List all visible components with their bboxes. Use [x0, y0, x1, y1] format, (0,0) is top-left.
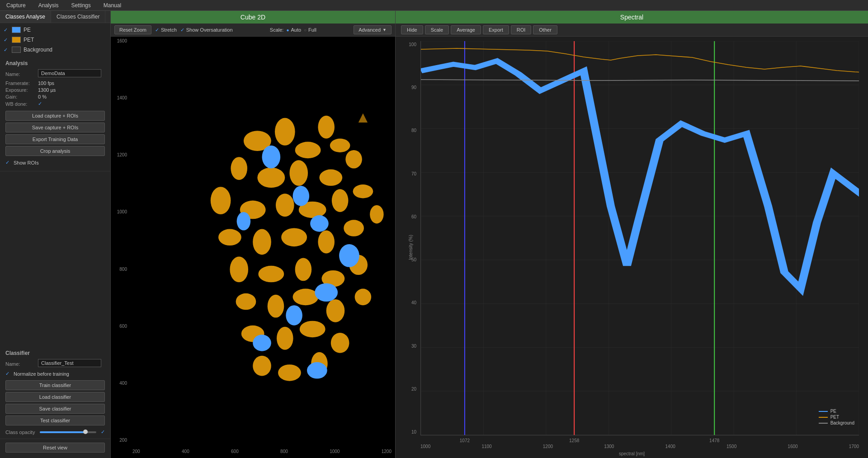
svg-point-42 [310, 215, 329, 232]
tab-classes-classifier[interactable]: Classes Classifier [51, 11, 105, 23]
svg-point-10 [211, 187, 231, 214]
reset-zoom-button[interactable]: Reset Zoom [114, 25, 151, 34]
svg-point-45 [286, 305, 302, 326]
tab-classes-analyse[interactable]: Classes Analyse [0, 11, 51, 23]
scale-full-radio[interactable]: ○ Full [304, 27, 316, 33]
legend-background-line [819, 423, 828, 424]
svg-point-5 [231, 157, 247, 180]
classifier-name-row: Name: [5, 359, 105, 369]
svg-point-33 [277, 327, 293, 350]
class-color-background [12, 47, 21, 53]
svg-point-18 [281, 228, 307, 247]
svg-point-14 [332, 189, 349, 212]
svg-point-22 [230, 256, 248, 282]
svg-point-23 [258, 266, 284, 283]
svg-point-39 [262, 146, 281, 169]
analysis-section: Analysis Name: Framerate: 100 fps Exposu… [0, 57, 110, 171]
test-classifier-button[interactable]: Test classifier [5, 416, 105, 425]
load-capture-rois-button[interactable]: Load capture + ROIs [5, 111, 105, 121]
classifier-name-input[interactable] [38, 359, 101, 367]
stretch-check[interactable]: ✓ Stretch [155, 27, 177, 33]
classifier-name-label: Name: [5, 361, 38, 367]
save-classifier-button[interactable]: Save classifier [5, 404, 105, 414]
left-panel: Classes Analyse Classes Classifier ✓ PE … [0, 11, 111, 458]
cube-y-axis: 1600 1400 1200 1000 800 600 400 200 [111, 37, 129, 444]
tabs-row: Classes Analyse Classes Classifier [0, 11, 110, 23]
spectral-export-button[interactable]: Export [483, 25, 509, 34]
svg-point-41 [237, 212, 250, 231]
svg-point-27 [236, 293, 256, 310]
svg-point-6 [257, 167, 285, 188]
background-curve [421, 80, 859, 81]
svg-point-21 [370, 205, 383, 224]
cube2d-panel: Cube 2D Reset Zoom ✓ Stretch ✓ Show Over… [111, 11, 396, 458]
field-exposure-label: Exposure: [5, 87, 38, 93]
normalize-label: Normalize before training [14, 371, 69, 377]
legend-pet-line [819, 417, 828, 418]
scale-full-dot: ○ [304, 28, 307, 33]
opacity-thumb[interactable] [83, 430, 88, 434]
svg-point-16 [218, 229, 241, 246]
blobs-svg [129, 37, 395, 447]
spectral-x-axis: 1000 1100 1200 1300 1400 1500 1600 1700 [420, 444, 859, 449]
save-capture-rois-button[interactable]: Save capture + ROIs [5, 123, 105, 132]
class-item-background[interactable]: ✓ Background [0, 45, 110, 55]
scale-label: Scale: [270, 27, 284, 33]
svg-point-34 [300, 321, 326, 338]
bottom-btn-area: Reset view [0, 439, 110, 458]
scale-auto-radio[interactable]: ● Auto [286, 27, 301, 33]
normalize-row[interactable]: ✓ Normalize before training [5, 371, 105, 377]
legend-pe-label: PE [830, 409, 836, 414]
menu-analysis[interactable]: Analysis [36, 1, 61, 9]
svg-point-2 [295, 142, 321, 159]
svg-point-31 [355, 289, 372, 306]
class-item-pe[interactable]: ✓ PE [0, 25, 110, 35]
spectral-hide-button[interactable]: Hide [401, 25, 423, 34]
train-classifier-button[interactable]: Train classifier [5, 380, 105, 390]
spectral-average-button[interactable]: Average [451, 25, 481, 34]
svg-point-43 [339, 244, 359, 267]
class-check-pet: ✓ [4, 37, 9, 43]
svg-point-3 [318, 116, 335, 139]
legend-background-label: Background [830, 420, 854, 425]
menu-manual[interactable]: Manual [101, 1, 124, 9]
cube2d-header: Cube 2D [111, 11, 395, 24]
opacity-slider[interactable] [40, 431, 96, 433]
spectral-scale-button[interactable]: Scale [425, 25, 449, 34]
show-rois-row[interactable]: ✓ Show ROIs [5, 160, 105, 165]
load-classifier-button[interactable]: Load classifier [5, 392, 105, 402]
svg-point-4 [330, 139, 350, 152]
opacity-row: Class opacity ✓ [5, 429, 105, 435]
svg-point-30 [326, 299, 345, 322]
field-wb: WB done: ✓ [5, 101, 105, 107]
svg-point-15 [353, 184, 373, 198]
svg-point-24 [295, 258, 312, 281]
svg-point-19 [318, 231, 335, 254]
svg-marker-48 [359, 113, 368, 123]
oversaturation-label: Show Oversaturation [186, 27, 233, 33]
field-gain: Gain: 0 % [5, 94, 105, 99]
spectral-toolbar: Hide Scale Average Export ROI Other [396, 24, 868, 37]
blobs-area [129, 37, 395, 447]
legend-pe: PE [819, 409, 854, 414]
menu-settings[interactable]: Settings [68, 1, 93, 9]
stretch-check-icon: ✓ [155, 27, 159, 33]
svg-point-12 [276, 194, 294, 217]
reset-view-button[interactable]: Reset view [5, 443, 105, 453]
spectral-roi-button[interactable]: ROI [511, 25, 532, 34]
crop-analysis-button[interactable]: Crop analysis [5, 146, 105, 156]
svg-point-20 [344, 220, 364, 236]
export-training-data-button[interactable]: Export Training Data [5, 134, 105, 144]
svg-point-29 [293, 289, 319, 306]
advanced-dropdown-button[interactable]: Advanced ▼ [354, 25, 392, 34]
spectral-other-button[interactable]: Other [533, 25, 557, 34]
field-name-input[interactable] [38, 69, 101, 77]
classifier-section: Classifier Name: ✓ Normalize before trai… [0, 346, 110, 439]
oversaturation-check[interactable]: ✓ Show Oversaturation [180, 27, 233, 33]
main-layout: Classes Analyse Classes Classifier ✓ PE … [0, 11, 868, 458]
classifier-title: Classifier [5, 350, 105, 356]
class-item-pet[interactable]: ✓ PET [0, 35, 110, 45]
field-name: Name: [5, 69, 105, 79]
menu-capture[interactable]: Capture [4, 1, 28, 9]
svg-point-40 [293, 186, 310, 206]
